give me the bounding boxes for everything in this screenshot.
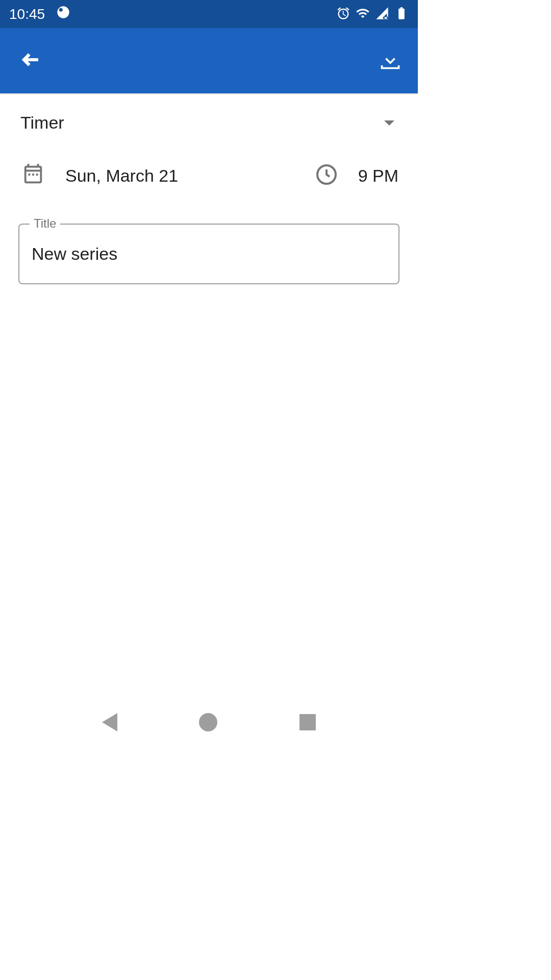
svg-point-1: [59, 8, 63, 12]
system-nav-bar: [0, 701, 418, 743]
app-indicator-icon: [56, 5, 70, 23]
save-button[interactable]: [379, 48, 402, 73]
signal-icon: [375, 6, 389, 22]
clock-icon[interactable]: [314, 162, 339, 189]
type-label: Timer: [20, 113, 64, 133]
app-bar: [0, 28, 418, 93]
back-button[interactable]: [20, 49, 42, 72]
wifi-icon: [356, 6, 370, 22]
date-time-row: Sun, March 21 9 PM: [18, 150, 399, 203]
content-area: Timer Sun, March 21 9 PM Title: [0, 93, 418, 284]
chevron-down-icon: [384, 120, 394, 126]
title-input[interactable]: [18, 224, 399, 284]
nav-back-icon[interactable]: [102, 713, 117, 731]
type-selector[interactable]: Timer: [18, 113, 399, 150]
calendar-icon[interactable]: [21, 163, 45, 188]
nav-recent-icon[interactable]: [299, 714, 316, 730]
title-label: Title: [30, 216, 60, 231]
svg-point-0: [57, 6, 69, 18]
battery-icon: [394, 6, 409, 22]
date-text[interactable]: Sun, March 21: [65, 166, 314, 186]
title-field: Title: [18, 224, 399, 284]
status-right: [336, 6, 409, 22]
status-left: 10:45: [9, 5, 70, 23]
status-time: 10:45: [9, 6, 45, 22]
nav-home-icon[interactable]: [199, 713, 217, 731]
time-text[interactable]: 9 PM: [358, 166, 398, 186]
status-bar: 10:45: [0, 0, 418, 28]
alarm-icon: [336, 6, 350, 22]
